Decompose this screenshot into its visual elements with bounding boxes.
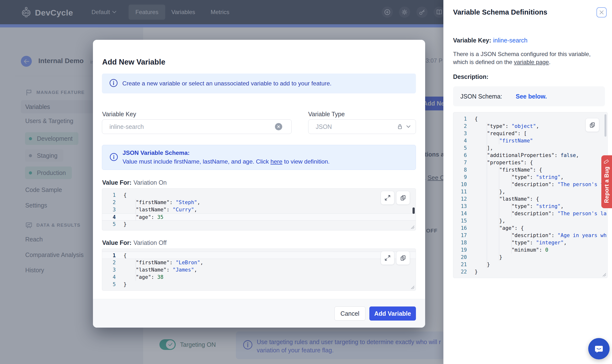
code-line: 8"firstName": { bbox=[453, 166, 607, 173]
line-number: 20 bbox=[453, 254, 467, 261]
line-number: 5 bbox=[102, 281, 116, 288]
line-number: 17 bbox=[453, 232, 467, 239]
code-line: 3"required": [ bbox=[453, 130, 607, 137]
panel-description-text: There is a JSON Schema configured for th… bbox=[453, 50, 594, 66]
line-number: 16 bbox=[453, 224, 467, 232]
variable-type-select[interactable]: JSON bbox=[308, 119, 416, 134]
json-schema-info-banner: JSON Variable Schema: Value must include… bbox=[102, 145, 416, 170]
line-number: 2 bbox=[102, 259, 116, 266]
code-line[interactable]: 2"firstName": "LeBron", bbox=[102, 259, 416, 266]
code-line: 19"minimum": 0 bbox=[453, 246, 607, 254]
code-line[interactable]: 3"lastName": "Curry", bbox=[102, 206, 416, 213]
line-number: 7 bbox=[453, 159, 467, 166]
line-number: 3 bbox=[102, 206, 116, 213]
code-line: 11}, bbox=[453, 188, 607, 195]
line-number: 2 bbox=[102, 199, 116, 206]
report-bug-label: Report a Bug bbox=[603, 167, 610, 203]
expand-editor-button[interactable] bbox=[381, 191, 394, 205]
line-number: 22 bbox=[453, 268, 467, 275]
code-line: 18"type": "integer", bbox=[453, 239, 607, 246]
variation-on-editor[interactable]: 1{2"firstName": "Steph",3"lastName": "Cu… bbox=[102, 188, 416, 231]
see-below-link[interactable]: See below. bbox=[516, 93, 547, 100]
description-label: Description: bbox=[453, 73, 488, 80]
line-number: 12 bbox=[453, 195, 467, 203]
variable-key-input[interactable] bbox=[102, 119, 292, 134]
line-number: 19 bbox=[453, 246, 467, 254]
line-number: 9 bbox=[453, 173, 467, 181]
line-number: 15 bbox=[453, 217, 467, 224]
info-icon bbox=[109, 153, 118, 162]
variable-page-link[interactable]: variable page bbox=[514, 59, 549, 65]
code-line: 14"description": "The person's la bbox=[453, 210, 607, 217]
expand-icon bbox=[384, 255, 391, 261]
resize-handle[interactable] bbox=[602, 272, 606, 277]
view-definition-link[interactable]: here bbox=[271, 158, 283, 165]
copy-icon bbox=[589, 122, 596, 128]
code-line[interactable]: 3"lastName": "James", bbox=[102, 266, 416, 273]
line-number: 5 bbox=[453, 144, 467, 152]
code-line[interactable]: 1{ bbox=[102, 252, 416, 259]
clear-input-button[interactable] bbox=[275, 123, 282, 130]
copy-icon bbox=[400, 195, 406, 201]
line-number: 18 bbox=[453, 239, 467, 246]
close-panel-button[interactable] bbox=[597, 7, 607, 17]
lock-icon bbox=[397, 123, 403, 130]
code-line: 1{ bbox=[453, 115, 607, 123]
close-icon bbox=[599, 10, 604, 15]
code-line: 10"description": "The person's fi bbox=[453, 181, 607, 188]
line-number: 4 bbox=[453, 137, 467, 144]
code-line: 7"properties": { bbox=[453, 159, 607, 166]
code-line[interactable]: 2"firstName": "Steph", bbox=[102, 199, 416, 206]
line-number: 4 bbox=[102, 214, 116, 220]
value-for-variation-off-label: Value For:Variation Off bbox=[102, 239, 167, 246]
code-line: 13"type": "string", bbox=[453, 203, 607, 210]
schema-scrollbar-thumb[interactable] bbox=[604, 114, 606, 137]
code-line[interactable]: 1{ bbox=[102, 192, 416, 199]
line-number: 8 bbox=[453, 166, 467, 173]
resize-handle[interactable] bbox=[410, 285, 415, 289]
code-line: 12"lastName": { bbox=[453, 195, 607, 203]
copy-value-button[interactable] bbox=[396, 191, 410, 205]
copy-value-button[interactable] bbox=[396, 251, 410, 265]
line-number: 1 bbox=[102, 252, 116, 259]
code-line[interactable]: 4"age": 38 bbox=[102, 273, 416, 281]
code-line: 22} bbox=[453, 268, 607, 275]
line-number: 21 bbox=[453, 261, 467, 268]
modal-footer: Cancel Add Variable bbox=[93, 299, 425, 328]
report-a-bug-tab[interactable]: Report a Bug bbox=[601, 155, 612, 208]
line-number: 3 bbox=[102, 266, 116, 273]
editor-scrollbar-thumb[interactable] bbox=[413, 208, 415, 214]
variation-off-editor[interactable]: 1{2"firstName": "LeBron",3"lastName": "J… bbox=[102, 248, 416, 291]
add-variable-button[interactable]: Add Variable bbox=[369, 307, 416, 321]
chevron-down-icon bbox=[406, 125, 410, 128]
line-number: 2 bbox=[453, 123, 467, 130]
code-line[interactable]: 5} bbox=[102, 281, 416, 288]
line-number: 1 bbox=[453, 115, 467, 123]
line-number: 11 bbox=[453, 188, 467, 195]
panel-title: Variable Schema Definitions bbox=[453, 8, 547, 16]
variable-key-link[interactable]: inline-search bbox=[493, 37, 528, 44]
copy-icon bbox=[400, 255, 406, 261]
code-line: 17"description": "Age in years wh bbox=[453, 232, 607, 239]
schema-code-viewer[interactable]: 1{2"type": "object",3"required": [4"firs… bbox=[453, 112, 608, 278]
schema-banner-title: JSON Variable Schema: bbox=[123, 149, 190, 156]
code-line: 16"age": { bbox=[453, 224, 607, 232]
expand-editor-button[interactable] bbox=[381, 251, 394, 265]
code-line: 9"type": "string", bbox=[453, 173, 607, 181]
line-number: 10 bbox=[453, 181, 467, 188]
variable-schema-panel: Variable Schema Definitions Variable Key… bbox=[443, 0, 612, 364]
code-line[interactable]: 5} bbox=[102, 221, 416, 228]
cancel-button[interactable]: Cancel bbox=[334, 307, 365, 321]
code-line: 5], bbox=[453, 144, 607, 152]
chat-bubble-icon bbox=[594, 343, 604, 354]
code-line: 4"firstName" bbox=[453, 137, 607, 144]
copy-schema-button[interactable] bbox=[586, 118, 599, 132]
chat-widget-button[interactable] bbox=[588, 338, 610, 359]
code-line: 20} bbox=[453, 254, 607, 261]
app-root: DevCycle Default Features Variables Metr… bbox=[0, 0, 612, 364]
code-line[interactable]: 4"age": 35 bbox=[102, 213, 416, 221]
code-line: 6"additionalProperties": false, bbox=[453, 152, 607, 159]
resize-handle[interactable] bbox=[410, 225, 415, 229]
line-number: 6 bbox=[453, 152, 467, 159]
expand-icon bbox=[384, 195, 391, 201]
